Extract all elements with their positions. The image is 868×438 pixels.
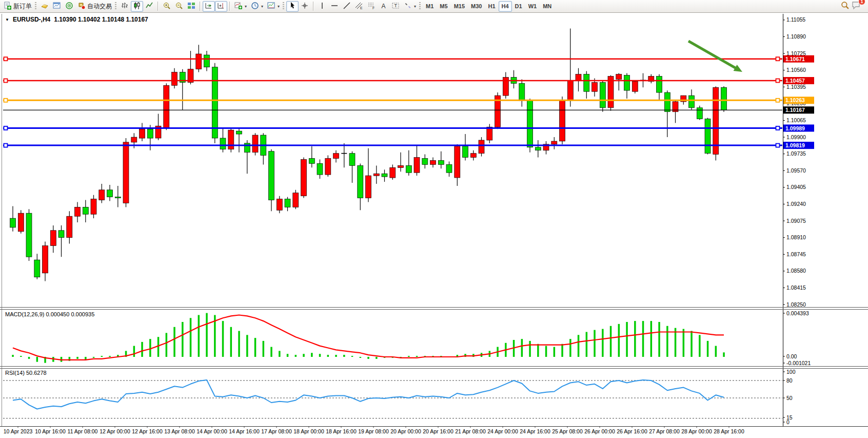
candle	[373, 165, 379, 184]
profile-button[interactable]	[38, 1, 51, 12]
macd-bar	[351, 356, 353, 357]
macd-bar	[586, 332, 588, 357]
time-tick-label: 26 Apr 00:00	[584, 428, 615, 434]
candle	[18, 210, 24, 234]
clock-icon	[251, 2, 259, 11]
fibonacci-tool-button[interactable]: F	[365, 1, 378, 12]
bar-chart-button[interactable]	[119, 1, 131, 12]
data-window-button[interactable]	[63, 1, 75, 12]
chart-title-ohlc: 1.10390 1.10402 1.10148 1.10167	[54, 16, 148, 23]
macd-bar	[20, 356, 22, 357]
time-tick-label: 18 Apr 16:00	[326, 428, 357, 434]
candle	[705, 118, 711, 155]
community-chat-button[interactable]: 1	[852, 1, 861, 12]
zoom-out-button[interactable]	[173, 1, 185, 12]
trendline-tool-button[interactable]	[341, 1, 353, 12]
tab-timeframe-d1[interactable]: D1	[512, 1, 525, 12]
candle	[632, 80, 638, 93]
macd-bar	[173, 327, 175, 357]
time-tick-label: 28 Apr 00:00	[681, 428, 712, 434]
line-chart-icon	[145, 2, 153, 11]
candle	[58, 225, 64, 257]
toolbar-grip[interactable]	[115, 2, 116, 10]
macd-bar	[109, 356, 111, 357]
tab-timeframe-h1[interactable]: H1	[485, 1, 498, 12]
candle	[551, 137, 557, 149]
indicators-button[interactable]: ▾	[232, 1, 249, 12]
tile-windows-button[interactable]	[185, 1, 198, 12]
chart-shift-button[interactable]	[215, 1, 227, 12]
candlestick-chart-button[interactable]	[131, 1, 143, 12]
tab-timeframe-m15[interactable]: M15	[451, 1, 468, 12]
macd-bar	[634, 321, 636, 357]
price-tick-label: 1.08745	[786, 251, 806, 257]
periods-button[interactable]: ▾	[249, 1, 265, 12]
crosshair-tool-button[interactable]	[299, 1, 311, 12]
macd-bar	[270, 347, 272, 357]
candlestick-chart-canvas[interactable]: 1.110551.108901.107251.105601.103951.102…	[0, 13, 868, 438]
zoom-in-button[interactable]	[161, 1, 173, 12]
new-order-button[interactable]: 新订单	[2, 1, 34, 12]
arrow-annotation[interactable]	[688, 41, 742, 72]
tab-timeframe-w1[interactable]: W1	[525, 1, 540, 12]
search-button[interactable]	[839, 1, 852, 12]
notification-badge: 1	[858, 0, 865, 5]
macd-axis-label: -0.001021	[786, 360, 811, 366]
macd-plot[interactable]: 0.0043930.00-0.001021	[12, 310, 811, 366]
candle	[657, 74, 662, 100]
auto-trading-button[interactable]: 自动交易	[75, 1, 114, 12]
time-axis[interactable]: 10 Apr 202310 Apr 16:0011 Apr 08:0012 Ap…	[4, 426, 744, 434]
candle	[309, 146, 314, 168]
hline-price-label: 1.09819	[785, 142, 805, 148]
chart-title: ▼ EURUSD-,H4 1.10390 1.10402 1.10148 1.1…	[5, 16, 148, 23]
line-handle	[4, 79, 8, 83]
rsi-plot[interactable]: 1008050150	[3, 369, 796, 425]
tab-timeframe-h4[interactable]: H4	[499, 1, 512, 12]
toolbar-grip[interactable]	[283, 2, 284, 10]
chart-window[interactable]: 1.110551.108901.107251.105601.103951.102…	[0, 13, 868, 438]
horizontal-line-tool-button[interactable]	[328, 1, 341, 12]
macd-bar	[295, 355, 297, 357]
auto-trading-label: 自动交易	[87, 2, 112, 11]
macd-bar	[36, 357, 38, 362]
zoom-out-icon	[175, 2, 183, 11]
macd-bar	[376, 357, 378, 359]
svg-text:E: E	[360, 6, 363, 10]
candle	[83, 200, 88, 222]
macd-bar	[554, 347, 556, 357]
tab-timeframe-m5[interactable]: M5	[437, 1, 450, 12]
templates-button[interactable]: ▾	[265, 1, 282, 12]
candle	[341, 143, 347, 167]
toolbar-grip[interactable]	[35, 2, 36, 10]
macd-bar	[642, 321, 644, 357]
line-chart-button[interactable]	[143, 1, 155, 12]
candle	[616, 73, 622, 91]
price-tick-label: 1.10560	[786, 67, 806, 73]
templates-caret-icon: ▾	[278, 4, 280, 9]
macd-bar	[157, 337, 160, 357]
price-tick-label: 1.08580	[786, 268, 806, 274]
candlestick-plot[interactable]	[10, 29, 727, 281]
trendline-icon	[343, 2, 351, 11]
toolbar-grip[interactable]	[419, 2, 421, 10]
market-watch-button[interactable]	[51, 1, 63, 12]
tab-timeframe-mn[interactable]: MN	[540, 1, 555, 12]
time-tick-label: 12 Apr 16:00	[132, 428, 163, 434]
macd-bar	[93, 357, 95, 358]
macd-bar	[618, 324, 620, 357]
auto-scroll-button[interactable]	[203, 1, 215, 12]
toolbar-separator	[200, 2, 201, 11]
equidistant-channel-tool-button[interactable]: E	[353, 1, 365, 12]
vertical-line-tool-button[interactable]	[316, 1, 328, 12]
candle	[495, 92, 501, 129]
candle	[317, 160, 323, 179]
tab-timeframe-m1[interactable]: M1	[423, 1, 437, 12]
tab-timeframe-m30[interactable]: M30	[468, 1, 485, 12]
text-tool-button[interactable]: A	[378, 1, 389, 12]
hline-price-label: 1.09989	[785, 125, 805, 131]
arrows-tool-button[interactable]: ▾	[402, 1, 418, 12]
templates-icon	[267, 2, 275, 11]
cursor-tool-button[interactable]	[286, 1, 299, 12]
fibonacci-icon: F	[367, 2, 376, 11]
text-label-tool-button[interactable]: T	[389, 1, 402, 12]
